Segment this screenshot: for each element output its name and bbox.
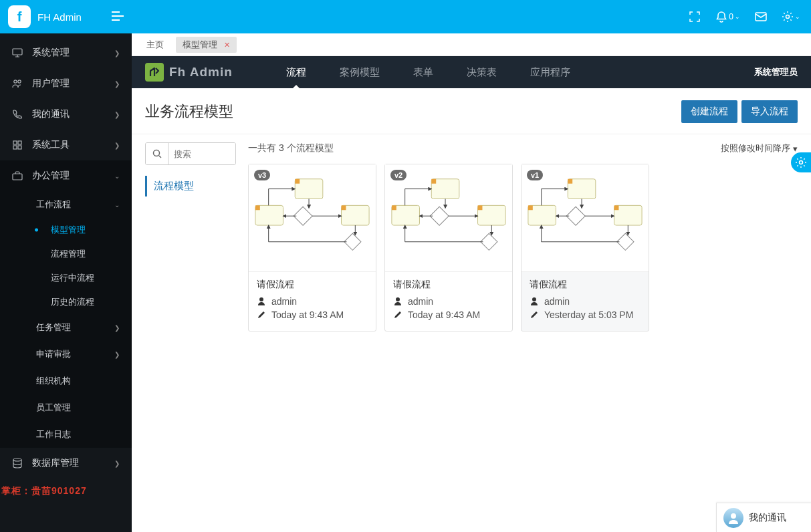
svg-rect-0 — [13, 49, 22, 55]
svg-rect-32 — [617, 233, 634, 250]
svg-rect-27 — [478, 205, 483, 210]
nav-system[interactable]: 系统管理 ❯ — [0, 37, 132, 68]
chevron-right-icon: ❯ — [114, 324, 120, 331]
nav-org[interactable]: 组织机构 — [0, 368, 132, 394]
nav-user[interactable]: 用户管理 ❯ — [0, 68, 132, 99]
app-logo: f — [8, 5, 31, 28]
card-title: 请假流程 — [257, 279, 368, 291]
page-header: 业务流程模型 创建流程 导入流程 — [132, 88, 811, 134]
svg-rect-33 — [568, 179, 572, 184]
monitor-icon — [12, 48, 23, 57]
nav-running[interactable]: 运行中流程 — [0, 266, 132, 290]
nav-label: 员工管理 — [36, 402, 71, 414]
svg-rect-23 — [430, 207, 449, 225]
svg-rect-25 — [431, 179, 436, 184]
cards-grid: v3 — [248, 164, 798, 331]
main: 0⌄ ⌄ 主页 模型管理 ✕ Fh Admin 流程 案例模 — [132, 0, 811, 532]
sidebar: f FH Admin 系统管理 ❯ 用户管理 ❯ 我的通讯 ❯ — [0, 0, 132, 532]
svg-rect-16 — [344, 233, 361, 250]
sort-label: 按照修改时间降序 — [721, 142, 790, 154]
model-card[interactable]: v3 — [248, 164, 376, 331]
notification-icon[interactable]: 0⌄ — [715, 11, 740, 23]
svg-rect-19 — [342, 205, 346, 210]
chevron-down-icon: ⌄ — [114, 201, 120, 209]
inner-nav-app-program[interactable]: 应用程序 — [530, 57, 570, 88]
svg-rect-31 — [566, 207, 585, 225]
nav-label: 办公管理 — [32, 170, 70, 182]
tab-home[interactable]: 主页 — [141, 37, 169, 53]
svg-rect-7 — [13, 174, 22, 180]
card-owner: admin — [271, 296, 297, 307]
briefcase-icon — [12, 171, 23, 180]
model-card[interactable]: v1 请假流程 admin Yesterday at 5:03 — [521, 164, 649, 331]
svg-rect-4 — [18, 141, 21, 144]
mail-icon[interactable] — [755, 11, 767, 23]
nav-label: 用户管理 — [32, 78, 70, 90]
nav-workflow[interactable]: 工作流程 ⌄ — [0, 191, 132, 218]
card-owner: admin — [408, 296, 433, 307]
nav-label: 工作日志 — [36, 428, 71, 440]
svg-rect-6 — [18, 146, 21, 149]
create-process-button[interactable]: 创建流程 — [681, 100, 737, 123]
menu-toggle-icon[interactable] — [112, 11, 124, 23]
card-title: 请假流程 — [393, 279, 504, 291]
inner-header: Fh Admin 流程 案例模型 表单 决策表 应用程序 系统管理员 — [132, 56, 811, 88]
nav-label: 组织机构 — [36, 375, 71, 387]
inner-nav-process[interactable]: 流程 — [286, 57, 306, 88]
svg-point-2 — [18, 80, 21, 83]
left-column: 流程模型 — [145, 142, 236, 524]
nav-worklog[interactable]: 工作日志 — [0, 421, 132, 448]
chevron-right-icon: ❯ — [114, 49, 120, 57]
svg-point-8 — [13, 458, 21, 461]
svg-point-37 — [731, 513, 736, 519]
inner-logo-mark — [145, 63, 164, 82]
nav-process-mgmt[interactable]: 流程管理 — [0, 242, 132, 266]
nav-label: 系统管理 — [32, 47, 70, 59]
nav-employee[interactable]: 员工管理 — [0, 394, 132, 421]
nav-office[interactable]: 办公管理 ⌄ — [0, 160, 132, 191]
nav-model-mgmt[interactable]: 模型管理 — [0, 218, 132, 242]
topbar: 0⌄ ⌄ — [132, 0, 811, 33]
inner-nav-case[interactable]: 案例模型 — [340, 57, 380, 88]
card-title: 请假流程 — [530, 279, 641, 291]
svg-rect-15 — [294, 207, 312, 225]
svg-rect-35 — [614, 205, 619, 210]
nav-comm[interactable]: 我的通讯 ❯ — [0, 99, 132, 130]
nav-tools[interactable]: 系统工具 ❯ — [0, 130, 132, 160]
svg-rect-18 — [255, 205, 260, 210]
card-time: Today at 9:43 AM — [271, 309, 344, 320]
card-time: Yesterday at 5:03 PM — [544, 309, 633, 320]
nav-approval[interactable]: 申请审批 ❯ — [0, 341, 132, 368]
nav-label: 工作流程 — [36, 198, 71, 211]
chevron-right-icon: ❯ — [114, 460, 120, 467]
workflow-preview — [385, 164, 512, 270]
card-owner: admin — [544, 296, 570, 307]
nav-tasks[interactable]: 任务管理 ❯ — [0, 314, 132, 341]
inner-logo: Fh Admin — [145, 63, 233, 82]
settings-icon[interactable]: ⌄ — [782, 11, 800, 23]
fullscreen-icon[interactable] — [689, 11, 701, 23]
inner-nav-decision[interactable]: 决策表 — [467, 57, 497, 88]
search-input[interactable] — [168, 143, 235, 164]
sort-dropdown[interactable]: 按照修改时间降序 ▾ — [721, 142, 798, 154]
search-wrap — [145, 142, 236, 165]
content-frame: Fh Admin 流程 案例模型 表单 决策表 应用程序 系统管理员 业务流程模… — [132, 56, 811, 532]
search-button[interactable] — [146, 143, 168, 164]
svg-point-10 — [786, 15, 790, 19]
user-icon — [257, 297, 266, 306]
tab-close-icon[interactable]: ✕ — [224, 41, 230, 49]
nav-label: 任务管理 — [36, 321, 71, 334]
nav-database[interactable]: 数据库管理 ❯ — [0, 448, 132, 479]
tab-active[interactable]: 模型管理 ✕ — [176, 37, 237, 53]
result-count: 一共有 3 个流程模型 — [248, 142, 334, 154]
import-process-button[interactable]: 导入流程 — [741, 100, 798, 123]
nav-history[interactable]: 历史的流程 — [0, 290, 132, 314]
model-card[interactable]: v2 请假流程 admin Today at 9:43 AM — [384, 164, 513, 331]
inner-nav-form[interactable]: 表单 — [413, 57, 433, 88]
inner-user[interactable]: 系统管理员 — [754, 66, 798, 78]
theme-settings-flyout[interactable] — [791, 152, 811, 172]
filter-process-model[interactable]: 流程模型 — [145, 176, 236, 196]
chat-widget[interactable]: 我的通讯 — [716, 503, 811, 532]
chat-label: 我的通讯 — [749, 512, 786, 524]
users-icon — [12, 79, 23, 88]
